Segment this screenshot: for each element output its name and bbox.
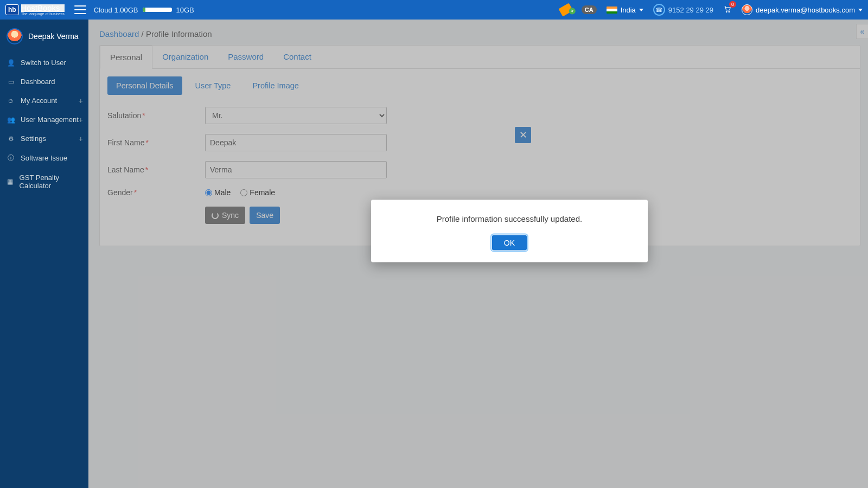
cloud-usage-bar <box>143 8 172 12</box>
sidebar-item-my-account[interactable]: ☺My Account+ <box>0 91 88 110</box>
country-selector[interactable]: India <box>607 6 643 14</box>
sidebar: Deepak Verma 👤Switch to User▭Dashboard☺M… <box>0 20 88 488</box>
cart-count-badge: 0 <box>729 1 736 8</box>
sidebar-item-icon: ⓘ <box>7 153 15 163</box>
sidebar-item-icon: 👥 <box>7 116 15 124</box>
success-modal: Profile information successfully updated… <box>371 200 648 262</box>
sidebar-item-icon: ⚙ <box>7 135 15 143</box>
modal-ok-button[interactable]: OK <box>492 235 527 251</box>
avatar-icon <box>742 4 752 15</box>
country-label: India <box>621 6 636 14</box>
brand-logo[interactable]: hb HostBooks The language of business <box>5 4 65 16</box>
expand-icon: + <box>79 97 83 105</box>
logo-hb-badge: hb <box>5 4 19 15</box>
sidebar-item-switch-to-user[interactable]: 👤Switch to User <box>0 53 88 72</box>
sidebar-item-icon: 👤 <box>7 59 15 67</box>
sidebar-item-label: Software Issue <box>21 154 67 162</box>
sidebar-item-icon: ☺ <box>7 97 15 105</box>
sidebar-item-label: User Management <box>21 115 79 124</box>
user-email-label: deepak.verma@hostbooks.com <box>756 6 855 14</box>
sidebar-item-label: Dashboard <box>21 78 55 86</box>
cloud-usage: Cloud 1.00GB 10GB <box>94 6 194 14</box>
sidebar-item-label: Switch to User <box>21 59 66 67</box>
sidebar-user-name: Deepak Verma <box>28 32 79 41</box>
sidebar-item-label: GST Penalty Calculator <box>20 174 82 190</box>
main-content: Dashboard / Profile Information Personal… <box>88 20 868 488</box>
cart-icon[interactable]: 0 <box>723 5 732 15</box>
modal-message: Profile information successfully updated… <box>382 214 637 223</box>
sidebar-item-label: Settings <box>21 134 46 143</box>
chevron-down-icon <box>858 9 863 11</box>
sidebar-item-label: My Account <box>21 97 57 105</box>
svg-point-0 <box>726 11 727 12</box>
ca-badge[interactable]: CA <box>582 5 597 14</box>
sidebar-item-settings[interactable]: ⚙Settings+ <box>0 129 88 148</box>
svg-point-1 <box>729 11 730 12</box>
sidebar-item-dashboard[interactable]: ▭Dashboard <box>0 72 88 91</box>
support-phone-number: 9152 29 29 29 <box>668 6 713 14</box>
support-phone[interactable]: ☎ 9152 29 29 29 <box>653 4 713 16</box>
top-header: hb HostBooks The language of business Cl… <box>0 0 868 20</box>
cloud-total-label: 10GB <box>176 6 194 14</box>
avatar-icon <box>7 28 23 44</box>
sidebar-profile[interactable]: Deepak Verma <box>0 20 88 53</box>
hamburger-icon[interactable] <box>74 5 86 14</box>
sidebar-item-software-issue[interactable]: ⓘSoftware Issue <box>0 148 88 168</box>
user-menu[interactable]: deepak.verma@hostbooks.com <box>742 4 863 15</box>
cloud-used-label: Cloud 1.00GB <box>94 6 138 14</box>
logo-tagline: The language of business <box>21 12 65 16</box>
sidebar-item-icon: ▭ <box>7 78 15 86</box>
ticket-icon[interactable] <box>560 4 572 16</box>
sidebar-item-icon: ▦ <box>7 178 14 185</box>
india-flag-icon <box>607 7 617 14</box>
expand-icon: + <box>79 134 83 143</box>
logo-text: HostBooks <box>21 4 65 12</box>
chevron-down-icon <box>639 9 643 11</box>
sidebar-item-user-management[interactable]: 👥User Management+ <box>0 110 88 129</box>
expand-icon: + <box>79 115 83 124</box>
sidebar-item-gst-penalty-calculator[interactable]: ▦GST Penalty Calculator <box>0 168 88 195</box>
headset-icon: ☎ <box>653 4 665 16</box>
